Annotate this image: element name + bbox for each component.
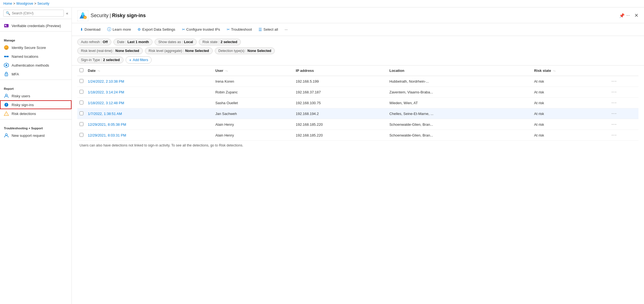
- auto-refresh-filter[interactable]: Auto refresh : Off: [77, 39, 111, 45]
- row-date-2[interactable]: 1/18/2022, 3:12:48 PM: [86, 98, 213, 108]
- row-checkbox-4[interactable]: [80, 122, 83, 126]
- page-title-separator: |: [110, 13, 111, 19]
- close-button[interactable]: ✕: [634, 12, 638, 19]
- table-container: Date ↑↓ User ↑↓ IP address Loc: [72, 65, 644, 304]
- row-checkbox-cell-0[interactable]: [77, 76, 86, 87]
- row-location-5: Schoenwalde-Glien, Bran...: [387, 130, 532, 141]
- row-checkbox-5[interactable]: [80, 133, 83, 137]
- risky-users-icon: [4, 93, 9, 98]
- risk-state-column-header[interactable]: Risk state ↑↓: [532, 65, 609, 76]
- sidebar-item-risky-users[interactable]: Risky users: [0, 91, 72, 100]
- show-dates-as-filter[interactable]: Show dates as : Local: [155, 39, 197, 45]
- row-more-2[interactable]: ···: [609, 98, 638, 108]
- row-checkbox-cell-3[interactable]: [77, 108, 86, 119]
- row-date-3[interactable]: 1/7/2022, 1:38:51 AM: [86, 108, 213, 119]
- breadcrumb-security[interactable]: Security: [37, 2, 49, 6]
- main-layout: 🔍 « Verifiable credentials (Preview): [0, 7, 644, 304]
- row-more-4[interactable]: ···: [609, 119, 638, 130]
- row-date-4[interactable]: 12/29/2021, 8:05:38 PM: [86, 119, 213, 130]
- svg-text:🏆: 🏆: [5, 46, 8, 49]
- risk-state-filter[interactable]: Risk state : 2 selected: [199, 39, 241, 45]
- select-all-button[interactable]: ☰ Select all: [256, 26, 281, 33]
- row-date-0[interactable]: 1/24/2022, 2:10:38 PM: [86, 76, 213, 87]
- row-location-1: Zaventem, Vlaams-Braba...: [387, 87, 532, 98]
- auto-refresh-label: Auto refresh :: [81, 40, 102, 44]
- row-checkbox-0[interactable]: [80, 79, 83, 83]
- user-column-header[interactable]: User ↑↓: [213, 65, 294, 76]
- configure-trusted-ips-button[interactable]: ✂ Configure trusted IPs: [179, 26, 223, 33]
- export-data-settings-label: Export Data Settings: [142, 27, 175, 32]
- collapse-sidebar-button[interactable]: «: [66, 11, 68, 15]
- risk-level-realtime-filter[interactable]: Risk level (real-time) : None Selected: [77, 48, 143, 54]
- row-more-3[interactable]: ···: [609, 108, 638, 119]
- sidebar-item-new-support-request[interactable]: New support request: [0, 131, 72, 140]
- row-checkbox-cell-5[interactable]: [77, 130, 86, 141]
- row-more-5[interactable]: ···: [609, 130, 638, 141]
- sidebar-item-mfa-label: MFA: [12, 72, 19, 76]
- user-sort-icon[interactable]: ↑↓: [225, 70, 228, 72]
- row-ip-3: 192.168.194.2: [294, 108, 387, 119]
- row-ip-2: 192.168.100.75: [294, 98, 387, 108]
- filter-row-3: Sign-in Type : 2 selected + Add filters: [77, 56, 638, 64]
- content-area: ! Security | Risky sign-ins 📌 ··· ✕: [72, 7, 644, 304]
- row-checkbox-cell-1[interactable]: [77, 87, 86, 98]
- row-more-button-4[interactable]: ···: [612, 122, 617, 127]
- row-more-button-2[interactable]: ···: [612, 100, 617, 105]
- header-checkbox[interactable]: [80, 68, 83, 72]
- row-more-button-0[interactable]: ···: [612, 79, 617, 83]
- row-more-0[interactable]: ···: [609, 76, 638, 87]
- download-button[interactable]: ⬇ Download: [77, 26, 103, 33]
- toolbar: ⬇ Download ⓘ Learn more ⚙ Export Data Se…: [72, 23, 644, 36]
- row-date-1[interactable]: 1/18/2022, 3:14:24 PM: [86, 87, 213, 98]
- search-input[interactable]: [12, 11, 61, 15]
- export-data-settings-button[interactable]: ⚙ Export Data Settings: [135, 26, 178, 33]
- select-all-checkbox-header[interactable]: [77, 65, 86, 76]
- sidebar-item-risky-sign-ins[interactable]: Risky sign-ins: [0, 100, 72, 109]
- sign-in-type-filter[interactable]: Sign-in Type : 2 selected: [77, 57, 123, 63]
- pin-icon[interactable]: 📌: [619, 13, 625, 18]
- row-checkbox-2[interactable]: [80, 101, 83, 104]
- row-user-5: Alain Henry: [213, 130, 294, 141]
- breadcrumb-woodgrove[interactable]: Woodgrove: [16, 2, 33, 6]
- sidebar-section-manage: Manage 🏆 Identity Secure Score Named loc…: [0, 35, 72, 83]
- page-title-security: Security: [91, 13, 109, 19]
- risk-state-sort-icon[interactable]: ↑↓: [553, 70, 556, 72]
- detection-types-filter[interactable]: Detection type(s) : None Selected: [215, 48, 275, 54]
- row-checkbox-cell-4[interactable]: [77, 119, 86, 130]
- date-filter[interactable]: Date : Last 1 month: [114, 39, 152, 45]
- risk-detections-icon: !: [4, 111, 9, 116]
- date-sort-icon[interactable]: ↑↓: [98, 70, 100, 72]
- top-bar: Home > Woodgrove > Security: [0, 0, 644, 7]
- sidebar-section-support-title: Troubleshooting + Support: [0, 125, 72, 131]
- learn-more-button[interactable]: ⓘ Learn more: [104, 25, 134, 33]
- date-filter-label: Date :: [117, 40, 126, 44]
- search-box[interactable]: 🔍: [3, 10, 64, 17]
- troubleshoot-button[interactable]: ✂ Troubleshoot: [224, 26, 255, 33]
- row-more-button-3[interactable]: ···: [612, 111, 617, 116]
- export-data-settings-icon: ⚙: [138, 27, 141, 32]
- filter-bar: Auto refresh : Off Date : Last 1 month S…: [72, 36, 644, 65]
- identity-secure-score-icon: 🏆: [4, 45, 9, 50]
- row-more-button-5[interactable]: ···: [612, 133, 617, 137]
- date-column-header[interactable]: Date ↑↓: [86, 65, 213, 76]
- sidebar-item-named-locations[interactable]: Named locations: [0, 52, 72, 61]
- row-checkbox-3[interactable]: [80, 111, 83, 115]
- header-more-button[interactable]: ···: [626, 13, 630, 18]
- risk-level-aggregate-filter[interactable]: Risk level (aggregate) : None Selected: [145, 48, 213, 54]
- row-more-1[interactable]: ···: [609, 87, 638, 98]
- sidebar-item-mfa[interactable]: MFA: [0, 70, 72, 78]
- add-filters-button[interactable]: + Add filters: [126, 56, 152, 64]
- risk-level-aggregate-value: None Selected: [185, 49, 209, 53]
- row-checkbox-cell-2[interactable]: [77, 98, 86, 108]
- breadcrumb-home[interactable]: Home: [3, 2, 12, 6]
- sidebar-item-risk-detections[interactable]: ! Risk detections: [0, 109, 72, 118]
- row-date-5[interactable]: 12/29/2021, 8:03:31 PM: [86, 130, 213, 141]
- sidebar-item-authentication-methods[interactable]: Authentication methods: [0, 61, 72, 70]
- page-title-risky-sign-ins: Risky sign-ins: [112, 13, 146, 19]
- sidebar-item-identity-secure-score[interactable]: 🏆 Identity Secure Score: [0, 43, 72, 52]
- row-risk-state-1: At risk: [532, 87, 609, 98]
- row-more-button-1[interactable]: ···: [612, 90, 617, 94]
- row-checkbox-1[interactable]: [80, 90, 83, 94]
- sidebar-item-verifiable-credentials[interactable]: Verifiable credentials (Preview): [0, 21, 72, 30]
- toolbar-more-button[interactable]: ···: [282, 26, 291, 33]
